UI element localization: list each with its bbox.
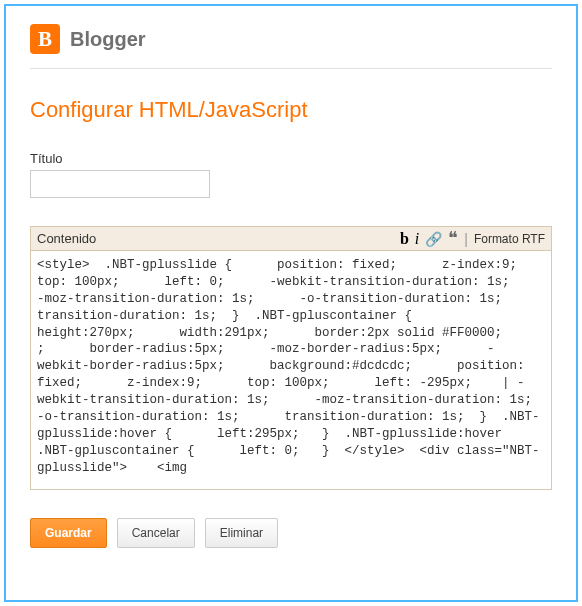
quote-button[interactable]: ❝: [448, 233, 458, 244]
cancel-button[interactable]: Cancelar: [117, 518, 195, 548]
button-row: Guardar Cancelar Eliminar: [30, 518, 552, 548]
content-label: Contenido: [37, 231, 96, 246]
widget-config-dialog: B Blogger Configurar HTML/JavaScript Tít…: [4, 4, 578, 602]
title-field-group: Título: [30, 151, 552, 198]
product-name: Blogger: [70, 28, 146, 51]
toolbar-separator: |: [464, 231, 468, 247]
bold-button[interactable]: b: [400, 230, 409, 248]
logo-letter: B: [38, 27, 52, 52]
rtf-toggle[interactable]: Formato RTF: [474, 232, 545, 246]
italic-button[interactable]: i: [415, 230, 419, 248]
page-title: Configurar HTML/JavaScript: [30, 97, 552, 123]
content-textarea[interactable]: [30, 250, 552, 490]
save-button[interactable]: Guardar: [30, 518, 107, 548]
title-input[interactable]: [30, 170, 210, 198]
format-toolbar: b i 🔗 ❝ | Formato RTF: [400, 230, 545, 248]
content-field-group: Contenido b i 🔗 ❝ | Formato RTF: [30, 226, 552, 494]
header: B Blogger: [30, 18, 552, 69]
content-toolbar: Contenido b i 🔗 ❝ | Formato RTF: [30, 226, 552, 250]
delete-button[interactable]: Eliminar: [205, 518, 278, 548]
link-button[interactable]: 🔗: [425, 231, 442, 247]
blogger-logo-icon: B: [30, 24, 60, 54]
title-label: Título: [30, 151, 552, 166]
